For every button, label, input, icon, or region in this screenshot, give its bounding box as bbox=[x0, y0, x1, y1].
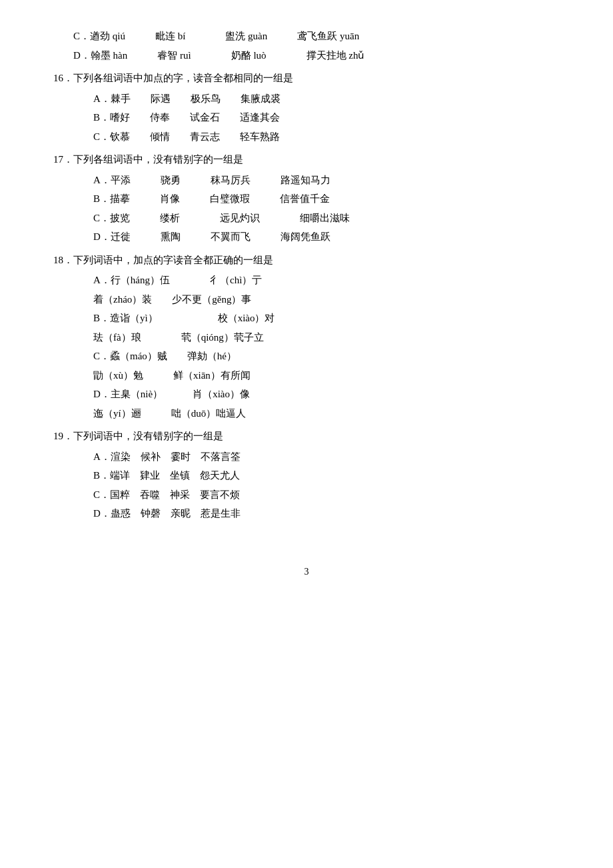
page-number: 3 bbox=[53, 563, 560, 581]
question-18: 18．下列词语中，加点的字读音全都正确的一组是 A．行（háng）伍 彳（chì… bbox=[53, 251, 560, 423]
q19-option-a: A．渲染 候补 霎时 不落言筌 bbox=[53, 447, 560, 467]
q19-title: 19．下列词语中，没有错别字的一组是 bbox=[53, 427, 560, 446]
question-19: 19．下列词语中，没有错别字的一组是 A．渲染 候补 霎时 不落言筌 B．端详 … bbox=[53, 427, 560, 523]
q17-option-a: A．平添 骁勇 秣马厉兵 路遥知马力 bbox=[53, 171, 560, 190]
q19-option-c: C．国粹 吞噬 神采 要言不烦 bbox=[53, 485, 560, 505]
q19-option-d: D．蛊惑 钟磬 亲昵 惹是生非 bbox=[53, 504, 560, 523]
q16-option-c: C．钦慕 倾情 青云志 轻车熟路 bbox=[53, 127, 560, 147]
q18-option-a-label: A．行（háng）伍 彳（chì）亍 bbox=[53, 271, 560, 290]
question-17: 17．下列各组词语中，没有错别字的一组是 A．平添 骁勇 秣马厉兵 路遥知马力 … bbox=[53, 150, 560, 247]
option-d-line: D．翰墨 hàn 睿智 ruì 奶酪 luò 撑天拄地 zhǔ bbox=[53, 46, 560, 65]
q16-option-b: B．嗜好 侍奉 试金石 适逢其会 bbox=[53, 108, 560, 127]
question-cd-block: C．遒劲 qiú 毗连 bí 盥洗 guàn 鸢飞鱼跃 yuān D．翰墨 hà… bbox=[53, 27, 560, 65]
q18-title: 18．下列词语中，加点的字读音全都正确的一组是 bbox=[53, 251, 560, 270]
q18-option-a-line2: 着（zháo）装 少不更（gěng）事 bbox=[53, 290, 560, 309]
q18-option-b-label: B．造诣（yì） 校（xiào）对 bbox=[53, 309, 560, 328]
q18-option-c-line2: 勖（xù）勉 鲜（xiān）有所闻 bbox=[53, 366, 560, 385]
q18-option-c-label: C．蟊（máo）贼 弹劾（hé） bbox=[53, 347, 560, 366]
q18-option-b-line2: 珐（fà）琅 茕（qióng）茕子立 bbox=[53, 328, 560, 347]
q16-title: 16．下列各组词语中加点的字，读音全都相同的一组是 bbox=[53, 69, 560, 88]
q18-option-d-label: D．主臬（niè） 肖（xiào）像 bbox=[53, 385, 560, 404]
q18-option-d-line2: 迤（yí）逦 咄（duō）咄逼人 bbox=[53, 404, 560, 423]
q17-option-d: D．迁徙 熏陶 不翼而飞 海阔凭鱼跃 bbox=[53, 227, 560, 247]
option-c-line: C．遒劲 qiú 毗连 bí 盥洗 guàn 鸢飞鱼跃 yuān bbox=[53, 27, 560, 46]
page-content: C．遒劲 qiú 毗连 bí 盥洗 guàn 鸢飞鱼跃 yuān D．翰墨 hà… bbox=[53, 27, 560, 581]
q17-option-c: C．披览 缕析 远见灼识 细嚼出滋味 bbox=[53, 209, 560, 228]
q17-title: 17．下列各组词语中，没有错别字的一组是 bbox=[53, 150, 560, 169]
question-16: 16．下列各组词语中加点的字，读音全都相同的一组是 A．棘手 际遇 极乐鸟 集腋… bbox=[53, 69, 560, 146]
q19-option-b: B．端详 肄业 坐镇 怨天尤人 bbox=[53, 466, 560, 485]
q17-option-b: B．描摹 肖像 白璧微瑕 信誉值千金 bbox=[53, 189, 560, 209]
q16-option-a: A．棘手 际遇 极乐鸟 集腋成裘 bbox=[53, 89, 560, 109]
